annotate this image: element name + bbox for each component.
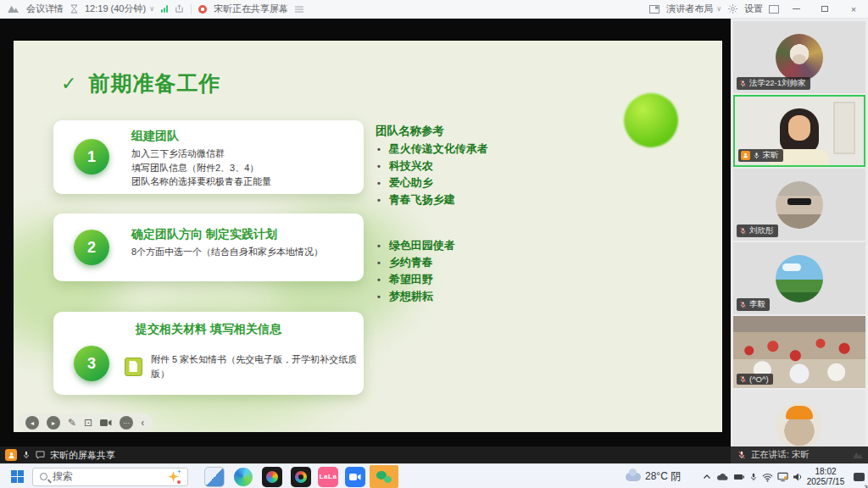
chat-icon[interactable] bbox=[36, 451, 45, 459]
bottom-strip: 宋昕的屏幕共享 正在讲话: 宋昕 bbox=[0, 446, 868, 463]
checkmark-icon: ✓ bbox=[61, 73, 76, 95]
export-icon[interactable] bbox=[175, 4, 184, 14]
mic-icon[interactable] bbox=[22, 451, 31, 459]
step-card-3: 提交相关材料 填写相关信息 3 附件 5 家长知情书（先交电子版，开学初补交纸质… bbox=[53, 312, 364, 395]
participant-tile[interactable]: 刘欣彤 bbox=[733, 169, 865, 241]
search-icon bbox=[40, 473, 47, 480]
taskbar-app-dark-2[interactable] bbox=[290, 466, 312, 488]
clock-time: 18:02 bbox=[815, 467, 836, 477]
document-icon bbox=[125, 358, 142, 376]
network-signal-icon[interactable] bbox=[161, 5, 168, 13]
reference-item: 星火传递文化传承者 bbox=[376, 141, 488, 158]
meeting-details-link[interactable]: 会议详情 bbox=[26, 3, 64, 15]
step-number-badge: 2 bbox=[74, 230, 109, 265]
prev-slide-button[interactable]: ◂ bbox=[25, 416, 39, 430]
tray-battery-icon[interactable] bbox=[733, 472, 745, 482]
fullscreen-icon[interactable] bbox=[770, 5, 778, 14]
reference-item: 爱心助乡 bbox=[376, 175, 488, 191]
step-title: 提交相关材料 填写相关信息 bbox=[53, 322, 364, 337]
tray-mic-icon[interactable] bbox=[749, 472, 758, 482]
participants-sidebar: 法学22-1刘帅家 宋昕 刘欣彤 bbox=[731, 19, 868, 446]
speaking-mic-icon bbox=[737, 451, 746, 459]
speaking-now-bar: 正在讲话: 宋昕 bbox=[731, 446, 868, 463]
avatar bbox=[776, 181, 823, 229]
mic-muted-icon bbox=[739, 301, 747, 308]
layout-caret-icon[interactable]: ∨ bbox=[716, 5, 721, 13]
tray-chevron-up-icon[interactable] bbox=[702, 472, 712, 482]
participant-tile[interactable]: 法学22-1刘帅家 bbox=[733, 21, 865, 93]
team-name-reference-list-1: 团队名称参考 星火传递文化传承者 科技兴农 爱心助乡 青春飞扬乡建 bbox=[376, 124, 488, 209]
shared-screen-area: ✓ 前期准备工作 1 组建团队 加入三下乡活动微信群 填写团队信息（附件2、3、… bbox=[0, 19, 731, 446]
camera-icon[interactable] bbox=[100, 419, 112, 427]
laser-frame-icon[interactable]: ⊡ bbox=[84, 417, 92, 429]
hourglass-icon bbox=[70, 4, 78, 14]
next-slide-button[interactable]: ▸ bbox=[47, 416, 60, 430]
copilot-sparkle-icon[interactable] bbox=[166, 469, 181, 485]
taskbar-weather[interactable]: 28°C 阴 bbox=[626, 464, 681, 488]
taskbar-search-input[interactable]: 搜索 bbox=[32, 468, 188, 486]
taskbar-clock[interactable]: 18:02 2025/7/15 bbox=[802, 464, 849, 488]
taskbar-app-dark-1[interactable] bbox=[261, 466, 283, 488]
divider bbox=[191, 4, 192, 14]
step-number-badge: 3 bbox=[74, 346, 109, 381]
participant-name: 法学22-1刘帅家 bbox=[749, 78, 806, 89]
timer-caret-icon[interactable]: ∨ bbox=[149, 5, 154, 13]
team-name-reference-list-2: 绿色田园使者 乡约青春 希望田野 梦想耕耘 bbox=[376, 237, 455, 306]
participant-name-tag: (^O^) bbox=[737, 374, 773, 385]
taskbar-app-card[interactable] bbox=[203, 466, 225, 488]
gear-icon bbox=[728, 4, 737, 14]
step-line: 填写团队信息（附件2、3、4） bbox=[131, 161, 357, 175]
participant-tile-active-speaker[interactable]: 宋昕 bbox=[733, 95, 865, 167]
reference-title: 团队名称参考 bbox=[376, 124, 488, 139]
mic-muted-icon bbox=[739, 375, 747, 383]
voov-logo-icon bbox=[7, 4, 19, 14]
tray-screen-notification-icon[interactable] bbox=[777, 472, 788, 482]
taskbar-app-wechat-highlighted[interactable] bbox=[370, 465, 398, 488]
speaker-layout-button[interactable]: 演讲者布局 bbox=[666, 3, 713, 15]
tray-wifi-icon[interactable] bbox=[762, 472, 773, 482]
maximize-button[interactable] bbox=[814, 1, 836, 18]
windows-taskbar: 搜索 LaLa 28°C 阴 bbox=[0, 463, 868, 488]
reference-item: 科技兴农 bbox=[376, 158, 488, 175]
system-tray bbox=[702, 464, 803, 488]
taskbar-app-pink[interactable]: LaLa bbox=[317, 466, 339, 488]
participant-name: 李毅 bbox=[749, 299, 765, 310]
taskbar-app-voov-meeting[interactable] bbox=[344, 466, 366, 488]
participant-name-tag: 法学22-1刘帅家 bbox=[737, 77, 810, 90]
sharer-avatar-icon bbox=[5, 449, 17, 461]
minimize-button[interactable] bbox=[785, 1, 807, 18]
clock-date: 2025/7/15 bbox=[807, 477, 845, 487]
step-title: 确定团队方向 制定实践计划 bbox=[131, 227, 357, 242]
close-button[interactable]: × bbox=[843, 1, 865, 18]
tray-cloud-icon[interactable] bbox=[716, 472, 729, 482]
step-number-badge: 1 bbox=[74, 139, 109, 175]
participant-name: 刘欣彤 bbox=[749, 225, 774, 236]
speaking-now-label: 正在讲话: 宋昕 bbox=[751, 449, 810, 461]
share-menu-icon[interactable] bbox=[295, 6, 303, 13]
avatar bbox=[776, 34, 823, 81]
settings-button[interactable]: 设置 bbox=[744, 3, 763, 15]
participant-tile[interactable]: 李毅 bbox=[733, 242, 865, 314]
wechat-icon bbox=[376, 471, 392, 483]
notification-count: 3 bbox=[865, 484, 868, 488]
layout-icon bbox=[649, 5, 659, 14]
start-button[interactable] bbox=[5, 464, 29, 488]
participant-tile-group-video[interactable]: (^O^) bbox=[733, 316, 865, 388]
avatar bbox=[776, 402, 823, 447]
reference-item: 乡约青春 bbox=[376, 254, 455, 271]
weather-cloud-icon bbox=[626, 473, 641, 481]
participant-tile[interactable] bbox=[733, 390, 865, 446]
step-line: 附件 5 家长知情书（先交电子版，开学初补交纸质版） bbox=[151, 352, 364, 380]
slide-title: ✓ 前期准备工作 bbox=[61, 69, 220, 97]
voov-camera-icon bbox=[349, 473, 361, 481]
host-badge-icon bbox=[741, 151, 750, 160]
notification-icon bbox=[854, 473, 865, 481]
more-options-button[interactable]: ··· bbox=[120, 416, 133, 430]
taskbar-app-edge[interactable] bbox=[232, 466, 254, 488]
collapse-toolbar-icon[interactable]: ‹ bbox=[141, 417, 144, 429]
notification-center-button[interactable]: 3 bbox=[851, 464, 866, 488]
pencil-annotate-icon[interactable]: ✎ bbox=[68, 417, 76, 429]
weather-text: 28°C 阴 bbox=[645, 469, 681, 484]
share-bar-label: 宋昕的屏幕共享 bbox=[50, 449, 115, 462]
meeting-timer[interactable]: 12:19 (40分钟) bbox=[85, 3, 146, 15]
